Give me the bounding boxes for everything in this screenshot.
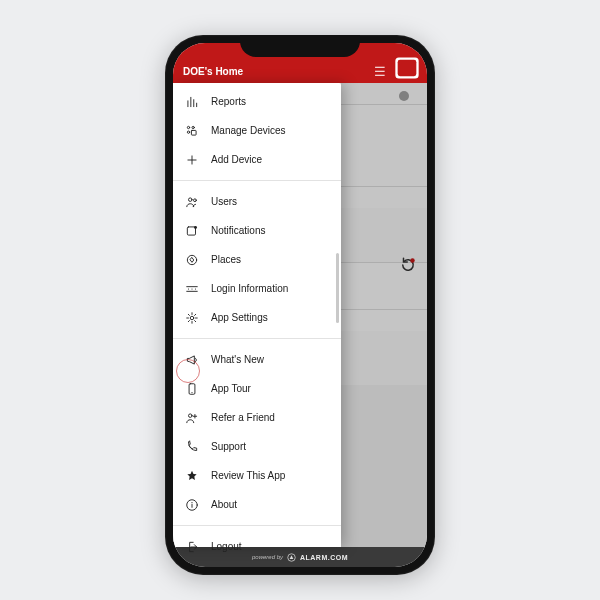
sidebar-item-app-settings[interactable]: App Settings: [173, 303, 341, 332]
svg-point-15: [190, 316, 194, 320]
sidebar-item-label: Support: [211, 441, 246, 452]
svg-point-3: [187, 126, 189, 128]
sidebar-item-label: Manage Devices: [211, 125, 285, 136]
svg-point-14: [195, 288, 196, 289]
gear-icon: [183, 311, 201, 325]
login-info-icon: [183, 282, 201, 296]
sidebar-item-label: Users: [211, 196, 237, 207]
sidebar-item-label: App Settings: [211, 312, 268, 323]
star-icon: [183, 469, 201, 483]
sidebar-item-manage-devices[interactable]: Manage Devices: [173, 116, 341, 145]
sidebar-item-label: Login Information: [211, 283, 288, 294]
hamburger-icon[interactable]: ☰: [369, 64, 391, 83]
notifications-icon: [183, 224, 201, 238]
phone-frame: DOE's Home ☰ HIGHLIGHTS SCENES: [165, 35, 435, 575]
sidebar-item-refer-a-friend[interactable]: Refer a Friend: [173, 403, 341, 432]
megaphone-icon: [183, 353, 201, 367]
svg-point-18: [189, 413, 193, 417]
divider: [173, 180, 341, 181]
svg-point-10: [194, 226, 197, 229]
sidebar-item-about[interactable]: About: [173, 490, 341, 519]
svg-point-20: [191, 502, 192, 503]
sidebar-item-label: App Tour: [211, 383, 251, 394]
svg-point-5: [187, 131, 189, 133]
divider: [173, 525, 341, 526]
sidebar-item-label: Reports: [211, 96, 246, 107]
places-icon: [183, 253, 201, 267]
phone-screen: DOE's Home ☰ HIGHLIGHTS SCENES: [173, 43, 427, 567]
phone-icon: [183, 440, 201, 454]
phone-notch: [240, 35, 360, 57]
sidebar-item-logout[interactable]: Logout: [173, 532, 341, 561]
sidebar-item-review-this-app[interactable]: Review This App: [173, 461, 341, 490]
svg-point-11: [187, 255, 196, 264]
page-title: DOE's Home: [173, 66, 369, 83]
sidebar-item-label: Add Device: [211, 154, 262, 165]
brand-logo-icon: [393, 57, 421, 79]
svg-point-7: [189, 197, 193, 201]
sidebar-item-label: Review This App: [211, 470, 285, 481]
drawer-backdrop[interactable]: [341, 83, 427, 547]
bar-chart-icon: [183, 95, 201, 109]
refer-friend-icon: [183, 411, 201, 425]
users-icon: [183, 195, 201, 209]
svg-point-8: [194, 198, 197, 201]
plus-icon: [183, 153, 201, 167]
sidebar-item-label: Refer a Friend: [211, 412, 275, 423]
sidebar-item-places[interactable]: Places: [173, 245, 341, 274]
divider: [173, 338, 341, 339]
svg-point-4: [192, 126, 194, 128]
sidebar-item-app-tour[interactable]: App Tour: [173, 374, 341, 403]
sidebar-item-notifications[interactable]: Notifications: [173, 216, 341, 245]
sidebar-item-whats-new[interactable]: What's New: [173, 345, 341, 374]
sidebar-item-label: Logout: [211, 541, 242, 552]
sidebar-item-users[interactable]: Users: [173, 187, 341, 216]
sidebar-item-support[interactable]: Support: [173, 432, 341, 461]
navigation-drawer: Reports Manage Devices Add Device: [173, 83, 341, 547]
logout-icon: [183, 540, 201, 554]
info-icon: [183, 498, 201, 512]
svg-rect-6: [191, 130, 196, 135]
svg-rect-1: [398, 60, 417, 76]
sidebar-item-label: Notifications: [211, 225, 265, 236]
sidebar-item-add-device[interactable]: Add Device: [173, 145, 341, 174]
sidebar-item-label: About: [211, 499, 237, 510]
svg-point-12: [188, 288, 189, 289]
svg-point-17: [191, 391, 192, 392]
sidebar-item-label: Places: [211, 254, 241, 265]
scroll-indicator[interactable]: [336, 253, 339, 323]
devices-icon: [183, 124, 201, 138]
svg-point-13: [191, 288, 192, 289]
sidebar-item-label: What's New: [211, 354, 264, 365]
tour-icon: [183, 382, 201, 396]
sidebar-item-reports[interactable]: Reports: [173, 87, 341, 116]
sidebar-item-login-information[interactable]: Login Information: [173, 274, 341, 303]
